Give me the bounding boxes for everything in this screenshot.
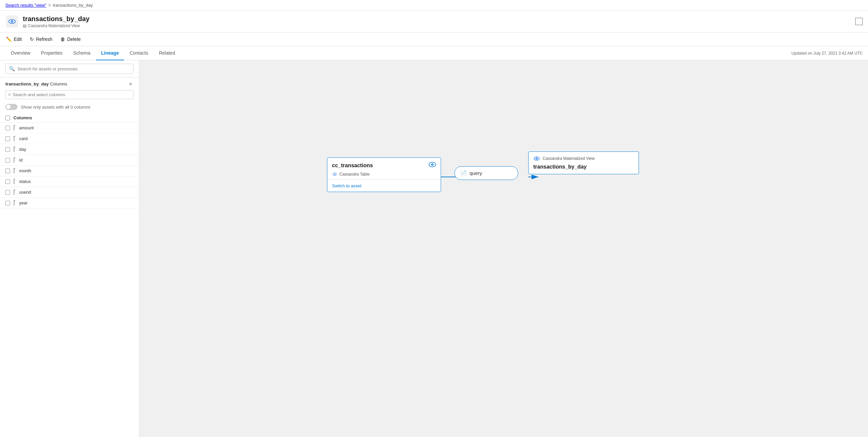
source-node-divider	[327, 180, 441, 180]
refresh-button[interactable]: ↻ Refresh	[29, 35, 53, 43]
column-item-day[interactable]: ⎡ day	[0, 144, 139, 155]
column-checkbox-amount[interactable]	[5, 126, 10, 130]
tab-lineage[interactable]: Lineage	[96, 46, 124, 60]
dest-cassandra-icon	[533, 155, 540, 162]
lineage-arrows-svg	[139, 60, 868, 437]
source-node-link[interactable]: Switch to asset	[327, 182, 441, 192]
toggle-row: Show only assets with all 0 columns	[0, 102, 139, 113]
toggle-knob	[6, 105, 11, 109]
filter-icon: ▿	[8, 92, 11, 97]
header-title-block: transactions_by_day ▤ Cassandra Material…	[23, 15, 90, 28]
svg-point-9	[432, 164, 433, 165]
column-item-month[interactable]: ⎡ month	[0, 166, 139, 176]
collapse-panel-button[interactable]: «	[128, 81, 133, 87]
asset-subtitle: ▤ Cassandra Materialized View	[23, 24, 90, 28]
column-type-icon-month: ⎡	[13, 168, 16, 173]
tab-overview[interactable]: Overview	[5, 46, 36, 60]
dest-node-header: Cassandra Materialized View	[529, 152, 639, 163]
search-icon: 🔍	[9, 66, 15, 71]
delete-icon: 🗑	[60, 36, 65, 42]
asset-search-bar: 🔍	[0, 60, 139, 77]
tab-properties[interactable]: Properties	[36, 46, 68, 60]
columns-panel: transactions_by_day Columns « ▿ Show onl…	[0, 77, 139, 437]
column-type-icon-year: ⎡	[13, 200, 16, 205]
show-assets-toggle[interactable]	[5, 104, 18, 110]
column-checkbox-userid[interactable]	[5, 190, 10, 195]
columns-panel-title: transactions_by_day Columns	[5, 81, 67, 87]
column-name-status: status	[19, 179, 31, 184]
tab-contacts[interactable]: Contacts	[124, 46, 153, 60]
column-item-card[interactable]: ⎡ card	[0, 133, 139, 144]
tabs-left: Overview Properties Schema Lineage Conta…	[5, 46, 181, 60]
asset-search-input[interactable]	[18, 66, 130, 71]
lineage-canvas: cc_transactions Cassandra Table	[139, 60, 868, 437]
page-header: transactions_by_day ▤ Cassandra Material…	[0, 11, 868, 33]
toolbar: ✏️ Edit ↻ Refresh 🗑 Delete	[0, 33, 868, 46]
column-type-icon-day: ⎡	[13, 147, 16, 152]
column-type-icon-amount: ⎡	[13, 125, 16, 130]
column-name-day: day	[19, 147, 26, 152]
column-type-icon-userid: ⎡	[13, 190, 16, 195]
column-name-year: year	[19, 200, 28, 205]
column-search-wrap[interactable]: ▿	[5, 90, 133, 99]
column-checkbox-card[interactable]	[5, 136, 10, 141]
tab-related[interactable]: Related	[154, 46, 181, 60]
refresh-icon: ↻	[30, 36, 34, 42]
column-item-amount[interactable]: ⎡ amount	[0, 123, 139, 133]
source-node-title: cc_transactions	[332, 163, 373, 169]
column-checkbox-status[interactable]	[5, 179, 10, 184]
edit-icon: ✏️	[6, 36, 12, 42]
column-type-icon-card: ⎡	[13, 136, 16, 141]
source-node: cc_transactions Cassandra Table	[327, 158, 441, 192]
column-checkbox-month[interactable]	[5, 169, 10, 173]
svg-point-3	[12, 21, 13, 22]
column-name-id: id	[19, 158, 23, 163]
column-item-status[interactable]: ⎡ status	[0, 176, 139, 187]
column-name-userid: userid	[19, 190, 31, 195]
updated-timestamp: Updated on July 27, 2021 3:42 AM UTC	[792, 51, 863, 56]
table-icon: ▤	[23, 24, 27, 28]
column-item-id[interactable]: ⎡ id	[0, 155, 139, 166]
source-lineage-icon[interactable]	[429, 162, 436, 169]
toggle-label: Show only assets with all 0 columns	[21, 105, 90, 109]
breadcrumb: Search results "view" > transactions_by_…	[0, 0, 868, 11]
svg-point-15	[536, 158, 537, 159]
process-icon: 📄	[460, 170, 467, 176]
breadcrumb-separator: >	[48, 3, 51, 8]
column-type-icon-id: ⎡	[13, 158, 16, 163]
column-list-header: Columns	[0, 113, 139, 123]
column-item-year[interactable]: ⎡ year	[0, 198, 139, 208]
column-search-input[interactable]	[13, 92, 130, 97]
column-item-userid[interactable]: ⎡ userid	[0, 187, 139, 198]
columns-asset-name: transactions_by_day	[5, 81, 49, 87]
column-checkbox-id[interactable]	[5, 158, 10, 163]
breadcrumb-current: transactions_by_day	[53, 3, 93, 8]
dest-node-subtitle: Cassandra Materialized View	[542, 156, 595, 161]
cassandra-small-icon	[332, 172, 337, 177]
tab-schema[interactable]: Schema	[68, 46, 96, 60]
process-node: 📄 query	[455, 166, 518, 180]
delete-button[interactable]: 🗑 Delete	[60, 35, 81, 43]
svg-point-12	[334, 174, 335, 175]
destination-node: Cassandra Materialized View transactions…	[528, 152, 639, 174]
column-checkbox-day[interactable]	[5, 147, 10, 152]
column-type-icon-status: ⎡	[13, 179, 16, 184]
asset-search-wrap[interactable]: 🔍	[5, 64, 133, 74]
edit-button[interactable]: ✏️ Edit	[5, 35, 23, 43]
main-layout: 🔍 transactions_by_day Columns « ▿	[0, 60, 868, 437]
source-node-header: cc_transactions	[327, 158, 441, 172]
asset-title: transactions_by_day	[23, 15, 90, 23]
tab-bar: Overview Properties Schema Lineage Conta…	[0, 46, 868, 60]
left-panel: 🔍 transactions_by_day Columns « ▿	[0, 60, 139, 437]
column-checkbox-year[interactable]	[5, 201, 10, 205]
source-node-subtitle: Cassandra Table	[327, 172, 441, 180]
column-name-card: card	[19, 136, 28, 141]
columns-panel-header: transactions_by_day Columns «	[0, 77, 139, 89]
column-name-month: month	[19, 168, 31, 173]
maximize-button[interactable]	[855, 18, 863, 25]
column-name-amount: amount	[19, 125, 34, 130]
breadcrumb-link[interactable]: Search results "view"	[5, 3, 46, 8]
columns-select-all-checkbox[interactable]	[5, 115, 10, 120]
columns-header-label: Columns	[13, 115, 32, 120]
dest-node-title: transactions_by_day	[529, 163, 639, 174]
